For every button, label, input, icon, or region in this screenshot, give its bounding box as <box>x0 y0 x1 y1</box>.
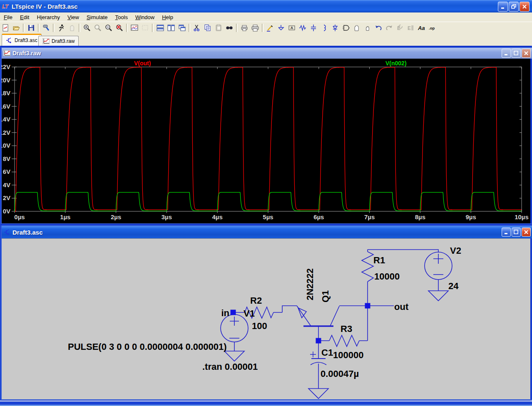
schematic-canvas[interactable]: inV1R21002N2222Q1R110000V224outR3C110000… <box>2 238 530 399</box>
spice-directive-tran[interactable]: .tran 0.00001 <box>202 361 258 372</box>
y-axis-tick-label: 10V <box>2 142 10 149</box>
toolbar-net-label-button[interactable]: A <box>286 23 297 33</box>
waveform-maximize-button[interactable] <box>512 49 521 58</box>
net-label-out[interactable]: out <box>394 302 409 312</box>
toolbar-drag-button[interactable] <box>362 23 373 33</box>
toolbar-open-button[interactable] <box>11 23 22 33</box>
toolbar-zoom-in-button[interactable] <box>82 23 92 33</box>
r3-ref[interactable]: R3 <box>341 324 352 334</box>
menu-hierarchy[interactable]: Hierarchy <box>33 13 64 21</box>
tab-draft3-asc[interactable]: Draft3.asc <box>2 34 42 46</box>
menu-tools[interactable]: Tools <box>112 13 132 21</box>
toolbar-component-button[interactable] <box>341 23 351 33</box>
v2-ref[interactable]: V2 <box>450 245 461 256</box>
tab-draft3-raw[interactable]: Draft3.raw <box>38 36 79 46</box>
menu-file[interactable]: File <box>0 13 16 21</box>
toolbar-zoom-out-button[interactable] <box>103 23 114 33</box>
toolbar-cascade-button[interactable] <box>177 23 187 33</box>
v1-value[interactable]: PULSE(0 3 0 0 0 0.0000004 0.000001) <box>68 342 227 352</box>
restore-button[interactable] <box>509 2 519 12</box>
schematic-tab-icon <box>6 37 12 43</box>
toolbar-run-button[interactable] <box>56 23 67 33</box>
v2-value[interactable]: 24 <box>448 281 459 291</box>
r2-value[interactable]: 100 <box>252 321 267 331</box>
ground-symbol-v2[interactable] <box>428 291 448 301</box>
plus-sign <box>230 317 239 326</box>
menu-help[interactable]: Help <box>158 13 177 21</box>
toolbar-ground-button[interactable] <box>276 23 286 33</box>
toolbar-capacitor-button[interactable] <box>308 23 319 33</box>
toolbar-new-schematic-button[interactable] <box>0 23 11 33</box>
ground-symbol-c1[interactable] <box>308 389 328 399</box>
menu-simulate[interactable]: Simulate <box>83 13 112 21</box>
toolbar: AEEAa.op <box>0 22 532 34</box>
x-axis-tick-label: 6µs <box>313 213 324 220</box>
toolbar-wire-button[interactable] <box>265 23 276 33</box>
toolbar-spice-directive-button[interactable]: .op <box>427 23 438 33</box>
toolbar-move-button[interactable] <box>351 23 362 33</box>
v1-ref[interactable]: V1 <box>244 308 255 319</box>
toolbar-tile-horizontal-button[interactable] <box>155 23 166 33</box>
toolbar-print-preview-button[interactable] <box>239 23 250 33</box>
waveform-close-button[interactable] <box>522 49 531 58</box>
toolbar-find-button[interactable] <box>224 23 235 33</box>
close-button[interactable] <box>520 2 530 12</box>
net-label-in[interactable]: in <box>221 308 229 318</box>
r1-value[interactable]: 10000 <box>374 271 400 282</box>
waveform-minimize-button[interactable] <box>502 49 511 58</box>
wire-base[interactable] <box>282 306 297 312</box>
q1-transistor[interactable] <box>297 306 339 341</box>
q1-ref[interactable]: Q1 <box>320 290 331 302</box>
toolbar-autorange-button[interactable] <box>129 23 140 33</box>
toolbar-control-panel-button[interactable] <box>41 23 52 33</box>
r1-ref[interactable]: R1 <box>373 255 385 265</box>
legend-V(n002)[interactable]: V(n002) <box>385 60 407 67</box>
schematic-maximize-button[interactable] <box>512 228 521 237</box>
toolbar-undo-button[interactable] <box>373 23 384 33</box>
c1-value[interactable]: 0.00047µ <box>321 369 359 379</box>
r1-resistor[interactable] <box>362 250 373 306</box>
toolbar-mirror-button: E <box>405 23 416 33</box>
toolbar-zoom-fit-button[interactable] <box>114 23 125 33</box>
y-axis-tick-label: 20V <box>2 77 10 84</box>
r3-value[interactable]: 100000 <box>333 350 363 360</box>
r2-resistor[interactable] <box>233 307 282 318</box>
toolbar-print-button[interactable] <box>250 23 261 33</box>
r2-ref[interactable]: R2 <box>250 295 262 306</box>
toolbar-inductor-button[interactable] <box>319 23 330 33</box>
toolbar-tile-vertical-button[interactable] <box>166 23 177 33</box>
schematic-minimize-button[interactable] <box>502 228 511 237</box>
menu-window[interactable]: Window <box>132 13 158 21</box>
toolbar-resistor-button[interactable] <box>297 23 308 33</box>
c1-ref[interactable]: C1 <box>321 347 333 358</box>
ground-symbol-v1[interactable] <box>224 351 244 361</box>
emitter <box>297 306 311 326</box>
toolbar-text-button[interactable]: Aa <box>416 23 427 33</box>
svg-text:E: E <box>408 25 411 31</box>
q1-model[interactable]: 2N2222 <box>305 268 315 300</box>
toolbar-save-button[interactable] <box>26 23 37 33</box>
plus-sign <box>433 254 443 264</box>
schematic-close-button[interactable] <box>522 228 531 237</box>
svg-text:LT: LT <box>2 3 9 10</box>
menu-edit[interactable]: Edit <box>16 13 33 21</box>
toolbar-zoom-back-button <box>92 23 103 33</box>
wire-supply[interactable] <box>368 250 438 253</box>
waveform-window-titlebar[interactable]: Draft3.raw <box>2 48 532 59</box>
waveform-plot-area[interactable]: 0µs1µs2µs3µs4µs5µs6µs7µs8µs9µs10µs0V2V4V… <box>2 59 530 223</box>
x-axis-tick-label: 1µs <box>60 213 70 220</box>
r3-resistor[interactable] <box>318 335 368 347</box>
toolbar-rotate-button: E <box>395 23 405 33</box>
toolbar-cut-button[interactable] <box>191 23 202 33</box>
toolbar-copy-button[interactable] <box>202 23 213 33</box>
legend-V(out)[interactable]: V(out) <box>134 60 151 67</box>
toolbar-paste-button <box>213 23 224 33</box>
menu-view[interactable]: View <box>64 13 83 21</box>
main-titlebar[interactable]: LT LTspice IV - Draft3.asc <box>0 0 532 12</box>
toolbar-separator <box>262 24 264 32</box>
toolbar-separator <box>23 24 25 32</box>
minimize-button[interactable] <box>498 2 508 12</box>
toolbar-diode-button[interactable] <box>330 23 341 33</box>
schematic-window-titlebar[interactable]: Draft3.asc <box>2 226 532 238</box>
schematic-window-icon <box>4 229 10 235</box>
